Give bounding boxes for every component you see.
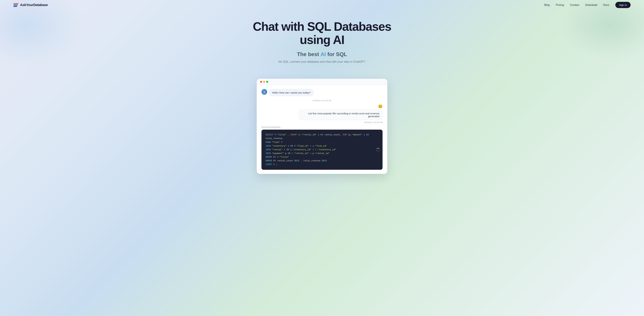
hero-description: No SQL, connect your database and chat w… [272, 60, 372, 64]
subtitle-ai: AI [320, 51, 326, 57]
sql-line-8: LIMIT 5 ; [266, 163, 378, 166]
logo-link[interactable]: AskYourDatabase [14, 3, 48, 7]
user-message-row: 😊 List five most popular film according … [262, 104, 382, 120]
maximize-dot [266, 81, 268, 83]
nav-pricing[interactable]: Pricing [556, 4, 564, 7]
bot-message-time: 8/19/2024, 8:07:36 PM [262, 100, 382, 102]
chat-window: 🤖 Hello! How can I assist you today? 8/1… [256, 79, 388, 174]
sql-line-6: GROUP BY f."title" [266, 155, 378, 159]
sql-line-1: SELECT f."title" , COUNT (r."rental_id" … [266, 133, 378, 140]
subtitle-prefix: The best [297, 51, 320, 57]
sql-line-5: JOIN "payment" p ON r."rental_id" = p."r… [266, 152, 378, 155]
close-dot [260, 81, 262, 83]
bot-message-row: 🤖 Hello! How can I assist you today? [262, 89, 382, 96]
chat-header [257, 79, 387, 85]
sql-line-7: ORDER BY rental_count DESC , total_reven… [266, 159, 378, 163]
user-avatar: 😊 [378, 104, 382, 109]
nav-contact[interactable]: Contact [570, 4, 579, 7]
bot-avatar: 🤖 [262, 89, 267, 95]
chat-demo: 🤖 Hello! How can I assist you today? 8/1… [253, 79, 391, 174]
window-controls [260, 81, 268, 83]
hero-subtitle: The best AI for SQL [3, 51, 641, 58]
sql-code-block: SELECT f."title" , COUNT (r."rental_id" … [262, 130, 382, 170]
sql-line-4: JOIN "rental" r ON i."inventory_id" = r.… [266, 148, 378, 152]
nav-blog[interactable]: Blog [544, 4, 550, 7]
nav-docs[interactable]: Docs [603, 4, 609, 7]
sql-line-3: JOIN "inventory" i ON f."film_id" = i."f… [266, 144, 378, 148]
logo-text: AskYourDatabase [20, 3, 48, 7]
loading-spinner [376, 148, 380, 152]
logo-icon [14, 3, 18, 7]
sql-line-2: FROM "film" f [266, 141, 378, 144]
bot-message-bubble: Hello! How can I assist you today? [269, 89, 314, 96]
nav-links: Blog Pricing Contact Download Docs Sign … [544, 4, 630, 7]
subtitle-suffix: for SQL [326, 51, 347, 57]
chat-body: 🤖 Hello! How can I assist you today? 8/1… [257, 85, 387, 174]
hero-section: Chat with SQL Databases using AI The bes… [0, 10, 644, 79]
user-message-bubble: List five most popular film according to… [299, 110, 382, 120]
sign-in-button[interactable]: Sign In [615, 2, 630, 8]
user-message-time: 8/19/2024, 9:52:46 PM [262, 121, 382, 123]
hero-title: Chat with SQL Databases using AI [246, 20, 398, 47]
nav-download[interactable]: Download [585, 4, 597, 7]
minimize-dot [263, 81, 265, 83]
navbar: AskYourDatabase Blog Pricing Contact Dow… [0, 0, 644, 10]
query-label: Querying Database... [262, 126, 382, 128]
